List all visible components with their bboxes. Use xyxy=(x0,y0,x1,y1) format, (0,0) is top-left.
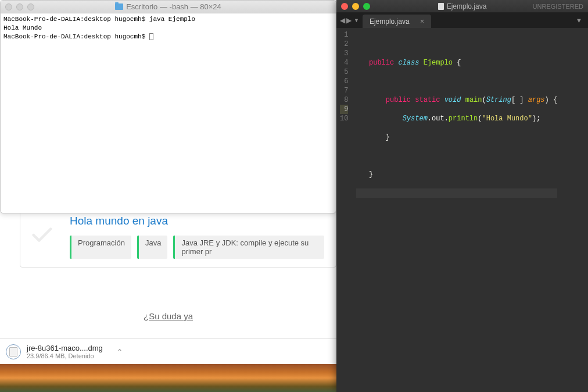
terminal-line: Hola Mundo xyxy=(3,24,42,31)
terminal-body[interactable]: MacBook-Pro-de-DALIA:desktop hugocmh$ ja… xyxy=(1,13,336,43)
tab-label: Ejemplo.java xyxy=(370,17,410,26)
editor-area[interactable]: 1 2 3 4 5 6 7 8 9 10 public class Ejempl… xyxy=(336,28,588,392)
folder-icon xyxy=(115,3,123,10)
code-area[interactable]: public class Ejemplo { public static voi… xyxy=(353,28,557,392)
tag-programacion[interactable]: Programación xyxy=(70,236,131,259)
sublime-tabbar: ◀ ▶ ▼ Ejemplo.java × ▼ xyxy=(336,13,588,28)
forward-icon[interactable]: ▶ xyxy=(346,16,352,24)
download-filename: jre-8u361-maco....dmg xyxy=(27,344,103,352)
download-item[interactable]: jre-8u361-maco....dmg 23.9/86.4 MB, Dete… xyxy=(6,344,123,359)
terminal-window: Escritorio — -bash — 80×24 MacBook-Pro-d… xyxy=(0,0,336,213)
download-status: 23.9/86.4 MB, Detenido xyxy=(27,352,103,359)
back-icon[interactable]: ◀ xyxy=(340,16,345,24)
minimap-toggle-icon[interactable]: ▼ xyxy=(570,13,588,28)
download-file-icon xyxy=(6,344,21,359)
terminal-title: Escritorio — -bash — 80×24 xyxy=(1,2,336,11)
file-icon xyxy=(438,3,444,10)
terminal-cursor xyxy=(149,33,153,40)
forum-card-title[interactable]: Hola mundo en java xyxy=(70,215,324,227)
download-bar: jre-8u361-maco....dmg 23.9/86.4 MB, Dete… xyxy=(0,338,336,364)
tag-java[interactable]: Java xyxy=(137,236,167,259)
line-gutter: 1 2 3 4 5 6 7 8 9 10 xyxy=(336,28,353,392)
nav-arrows[interactable]: ◀ ▶ ▼ xyxy=(336,13,363,28)
tab-ejemplo[interactable]: Ejemplo.java × xyxy=(363,15,431,28)
desktop-wallpaper xyxy=(0,364,336,392)
chevron-up-icon[interactable]: ⌃ xyxy=(117,348,123,356)
terminal-line: MacBook-Pro-de-DALIA:desktop hugocmh$ ja… xyxy=(3,16,195,23)
terminal-titlebar[interactable]: Escritorio — -bash — 80×24 xyxy=(1,1,336,13)
tag-jre-jdk[interactable]: Java JRE y JDK: compile y ejecute su pri… xyxy=(173,236,324,259)
checkmark-icon xyxy=(32,227,52,243)
history-dropdown-icon[interactable]: ▼ xyxy=(354,17,359,23)
faq-link[interactable]: ¿Su duda ya xyxy=(0,311,336,321)
unregistered-label: UNREGISTERED xyxy=(533,3,583,10)
sublime-window: Ejemplo.java UNREGISTERED ◀ ▶ ▼ Ejemplo.… xyxy=(336,0,588,392)
sublime-titlebar[interactable]: Ejemplo.java UNREGISTERED xyxy=(336,0,588,13)
tag-row: Programación Java Java JRE y JDK: compil… xyxy=(70,236,324,259)
terminal-line: MacBook-Pro-de-DALIA:desktop hugocmh$ xyxy=(3,33,149,40)
tab-close-icon[interactable]: × xyxy=(420,17,425,26)
